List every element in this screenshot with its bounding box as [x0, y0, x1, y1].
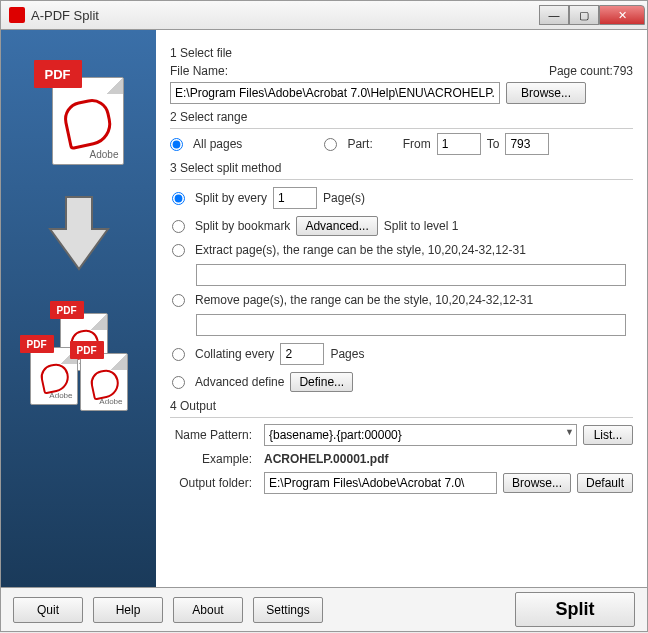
- settings-button[interactable]: Settings: [253, 597, 323, 623]
- filename-label: File Name:: [170, 64, 228, 78]
- pdf-source-icon: Adobe PDF: [34, 60, 124, 165]
- default-button[interactable]: Default: [577, 473, 633, 493]
- define-button[interactable]: Define...: [290, 372, 353, 392]
- main-panel: 1 Select file Page count:793 File Name: …: [156, 30, 647, 587]
- extract-label: Extract page(s), the range can be the st…: [195, 243, 526, 257]
- help-button[interactable]: Help: [93, 597, 163, 623]
- from-label: From: [403, 137, 431, 151]
- part-label: Part:: [347, 137, 372, 151]
- split-every-label: Split by every: [195, 191, 267, 205]
- from-input[interactable]: [437, 133, 481, 155]
- chevron-down-icon[interactable]: ▼: [565, 427, 574, 437]
- about-button[interactable]: About: [173, 597, 243, 623]
- split-bookmark-label: Split by bookmark: [195, 219, 290, 233]
- collating-input[interactable]: [280, 343, 324, 365]
- minimize-button[interactable]: —: [539, 5, 569, 25]
- radio-split-every[interactable]: [172, 192, 185, 205]
- extract-input[interactable]: [196, 264, 626, 286]
- radio-adv-define[interactable]: [172, 376, 185, 389]
- split-level-label: Split to level 1: [384, 219, 459, 233]
- window-title: A-PDF Split: [31, 8, 539, 23]
- radio-split-bookmark[interactable]: [172, 220, 185, 233]
- output-folder-input[interactable]: [264, 472, 497, 494]
- sidebar: Adobe PDF AdobePDF AdobePDF AdobePDF: [1, 30, 156, 587]
- advanced-button[interactable]: Advanced...: [296, 216, 377, 236]
- filename-input[interactable]: [170, 82, 500, 104]
- split-button[interactable]: Split: [515, 592, 635, 627]
- split-every-input[interactable]: [273, 187, 317, 209]
- example-label: Example:: [170, 452, 258, 466]
- to-input[interactable]: [505, 133, 549, 155]
- pages2-label: Pages: [330, 347, 364, 361]
- radio-all-pages[interactable]: [170, 138, 183, 151]
- remove-label: Remove page(s), the range can be the sty…: [195, 293, 533, 307]
- radio-extract[interactable]: [172, 244, 185, 257]
- browse-folder-button[interactable]: Browse...: [503, 473, 571, 493]
- footer: Quit Help About Settings Split: [0, 588, 648, 632]
- titlebar: A-PDF Split — ▢ ✕: [0, 0, 648, 30]
- collating-label: Collating every: [195, 347, 274, 361]
- page-count: Page count:793: [549, 64, 633, 78]
- section3-title: 3 Select split method: [170, 161, 633, 175]
- to-label: To: [487, 137, 500, 151]
- section2-title: 2 Select range: [170, 110, 633, 124]
- pdf-output-icon: AdobePDF AdobePDF AdobePDF: [14, 301, 144, 416]
- pages-label: Page(s): [323, 191, 365, 205]
- maximize-button[interactable]: ▢: [569, 5, 599, 25]
- section4-title: 4 Output: [170, 399, 633, 413]
- app-icon: [9, 7, 25, 23]
- section1-title: 1 Select file: [170, 46, 633, 60]
- list-button[interactable]: List...: [583, 425, 633, 445]
- radio-remove[interactable]: [172, 294, 185, 307]
- remove-input[interactable]: [196, 314, 626, 336]
- output-folder-label: Output folder:: [170, 476, 258, 490]
- all-pages-label: All pages: [193, 137, 242, 151]
- quit-button[interactable]: Quit: [13, 597, 83, 623]
- radio-collating[interactable]: [172, 348, 185, 361]
- browse-file-button[interactable]: Browse...: [506, 82, 586, 104]
- radio-part[interactable]: [324, 138, 337, 151]
- name-pattern-input[interactable]: [264, 424, 577, 446]
- example-value: ACROHELP.00001.pdf: [264, 452, 388, 466]
- name-pattern-label: Name Pattern:: [170, 428, 258, 442]
- arrow-down-icon: [44, 193, 114, 273]
- adv-define-label: Advanced define: [195, 375, 284, 389]
- close-button[interactable]: ✕: [599, 5, 645, 25]
